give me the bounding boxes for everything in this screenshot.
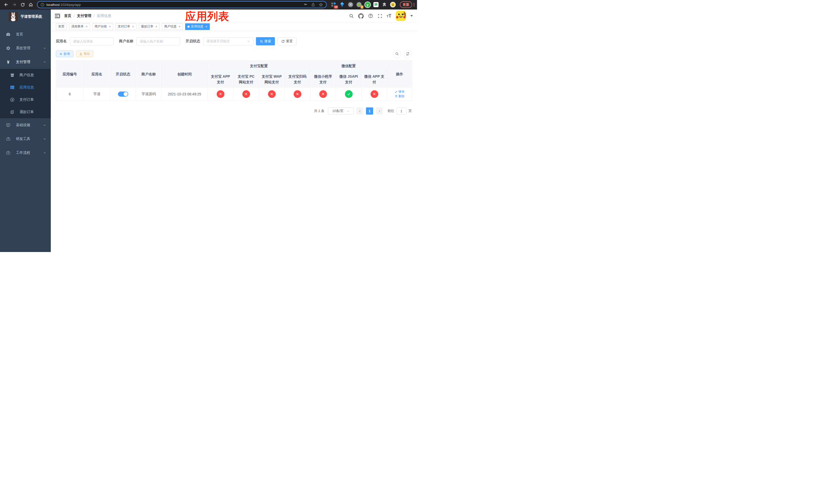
monitor-icon: [6, 123, 11, 128]
delete-link[interactable]: 删除: [395, 94, 405, 98]
browser-home-button[interactable]: [27, 1, 35, 8]
extension-chat-icon[interactable]: [373, 2, 379, 7]
table-row: 6芋道芋道源码2021-10-23 08:49:25修改删除: [56, 87, 412, 101]
refresh-table-button[interactable]: [404, 50, 412, 58]
add-button[interactable]: 新增: [56, 50, 73, 57]
chevron-down-icon: [43, 123, 46, 127]
column-header: 创建时间: [161, 61, 208, 87]
goto-page-input[interactable]: [396, 108, 407, 115]
sidebar-collapse-icon[interactable]: [55, 14, 60, 18]
search-icon: [395, 52, 399, 55]
tab-refund-order[interactable]: 退款订单×: [139, 23, 160, 30]
header-search-icon[interactable]: [349, 14, 354, 19]
tab-close-icon[interactable]: ×: [155, 25, 157, 28]
sidebar-item-home[interactable]: 首页: [0, 27, 51, 41]
active-tab-dot-icon: [188, 26, 190, 28]
briefcase-icon: [6, 151, 11, 155]
help-icon[interactable]: [368, 13, 373, 19]
app-name-input[interactable]: [70, 37, 113, 45]
tab-app-info[interactable]: 应用信息×: [185, 23, 210, 30]
cell-config-status: [336, 87, 361, 101]
extensions-puzzle-icon[interactable]: [381, 2, 387, 7]
merchant-name-input[interactable]: [136, 37, 180, 45]
column-header: 应用编号: [56, 61, 84, 87]
cross-icon: [268, 90, 276, 98]
status-label: 开启状态: [186, 39, 200, 44]
tab-close-icon[interactable]: ×: [109, 25, 111, 28]
tab-close-icon[interactable]: ×: [85, 25, 88, 28]
sidebar-item-infrastructure[interactable]: 基础设施: [0, 118, 51, 132]
extension-emoji-icon[interactable]: [390, 2, 396, 7]
sidebar-item-label: 基础设施: [16, 123, 30, 128]
export-button[interactable]: 导出: [76, 50, 93, 57]
share-icon[interactable]: [311, 3, 315, 7]
sidebar-menu: 首页系统管理¥支付管理商户信息应用信息支付订单退款订单基础设施研发工具工作流程: [0, 24, 51, 160]
address-bar[interactable]: localhost:1024/pay/app: [37, 1, 327, 8]
site-info-icon[interactable]: [41, 3, 44, 7]
sidebar-item-app-info[interactable]: 应用信息: [0, 81, 51, 94]
toggle-search-button[interactable]: [393, 50, 401, 58]
extension-command-icon[interactable]: ⌘: [348, 2, 353, 7]
cell-config-status: [208, 87, 233, 101]
tab-pay-order[interactable]: 支付订单×: [115, 23, 136, 30]
breadcrumb-home[interactable]: 首页: [64, 14, 71, 18]
next-page-button[interactable]: [376, 108, 383, 115]
tab-close-icon[interactable]: ×: [132, 25, 134, 28]
sidebar-item-dev-tools[interactable]: 研发工具: [0, 132, 51, 146]
url-text: localhost:1024/pay/app: [46, 3, 81, 7]
page-number-button[interactable]: 1: [366, 108, 373, 115]
browser-update-button[interactable]: 更新: [400, 1, 412, 8]
sidebar-item-merchant-info[interactable]: 商户信息: [0, 69, 51, 81]
github-icon[interactable]: [358, 13, 364, 19]
edit-link[interactable]: 修改: [395, 90, 405, 94]
home-icon: [28, 2, 33, 7]
document-icon: [10, 110, 15, 114]
app-name-label: 应用名: [56, 39, 67, 44]
sidebar-item-system[interactable]: 系统管理: [0, 41, 51, 55]
sidebar-item-pay-order[interactable]: 支付订单: [0, 94, 51, 106]
chevron-down-icon: [43, 137, 46, 140]
tab-close-icon[interactable]: ×: [205, 25, 207, 28]
column-header: 开启状态: [110, 61, 136, 87]
tab-user-group[interactable]: 用户分组×: [92, 23, 113, 30]
extension-kite-icon[interactable]: [339, 2, 345, 7]
extension-recorder-icon[interactable]: 1: [356, 2, 362, 7]
password-key-icon[interactable]: [303, 3, 307, 7]
extension-y-icon[interactable]: y: [365, 2, 370, 7]
page-size-select[interactable]: 10条/页: [328, 108, 354, 115]
bookmark-star-icon[interactable]: [319, 3, 323, 7]
font-size-icon[interactable]: TT: [387, 14, 391, 18]
browser-back-button[interactable]: [3, 1, 10, 8]
tab-flow-form[interactable]: 流程表单×: [69, 23, 90, 30]
sidebar-item-workflow[interactable]: 工作流程: [0, 146, 51, 160]
sidebar-item-label: 支付管理: [16, 60, 30, 64]
sidebar-logo-row[interactable]: 芋道管理系统: [0, 9, 51, 24]
reset-button[interactable]: 重置: [278, 37, 297, 45]
breadcrumb-payment[interactable]: 支付管理: [77, 14, 91, 18]
tab-home[interactable]: 首页: [56, 23, 67, 30]
tab-merchant-info[interactable]: 商户信息×: [162, 23, 183, 30]
sidebar-item-payment[interactable]: ¥支付管理: [0, 55, 51, 69]
column-header: 应用名: [84, 61, 110, 87]
browser-toolbar: localhost:1024/pay/app 10 ⌘ 1 y: [0, 0, 417, 9]
app-logo: [9, 12, 18, 21]
status-select[interactable]: 请选择开启状态: [203, 37, 254, 45]
search-button[interactable]: 搜索: [256, 37, 275, 45]
top-navbar: 首页 / 支付管理 / 应用信息 TT: [51, 9, 417, 22]
extension-blue-diamond-icon[interactable]: 10: [331, 2, 336, 7]
sub-column-header: 微信小程序支付: [310, 71, 336, 87]
tab-close-icon[interactable]: ×: [178, 25, 180, 28]
fullscreen-icon[interactable]: [377, 14, 382, 19]
sidebar-item-refund-order[interactable]: 退款订单: [0, 106, 51, 118]
data-table-wrap: 应用编号应用名开启状态商户名称创建时间支付宝配置微信配置操作支付宝 APP 支付…: [56, 61, 412, 101]
browser-reload-button[interactable]: [19, 1, 26, 8]
chevron-up-icon: [43, 61, 46, 64]
dashboard-icon: [6, 32, 11, 37]
browser-forward-button[interactable]: [11, 1, 18, 8]
browser-menu-icon[interactable]: [414, 3, 414, 6]
check-icon: [345, 90, 353, 98]
user-avatar[interactable]: [396, 11, 406, 21]
enabled-toggle[interactable]: [118, 92, 128, 97]
prev-page-button[interactable]: [356, 108, 364, 115]
avatar-caret-icon[interactable]: [410, 15, 413, 17]
